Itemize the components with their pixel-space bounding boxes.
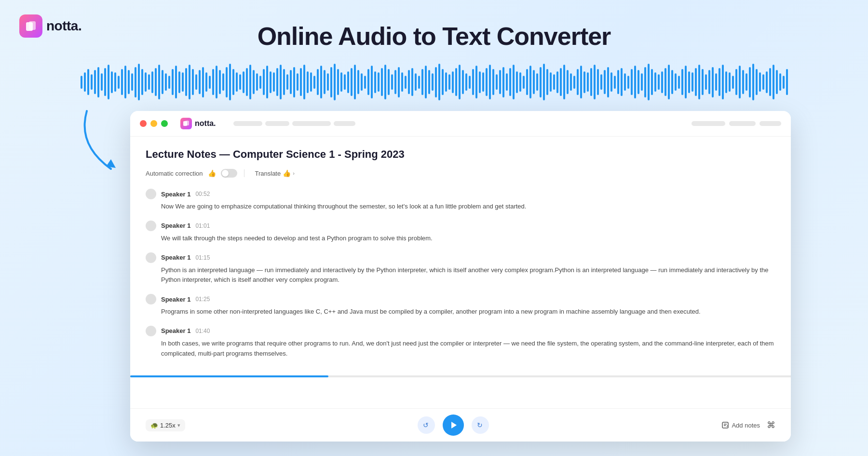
translate-button[interactable]: Translate 👍 ›	[251, 167, 298, 179]
wave-bar	[502, 67, 504, 97]
wave-bar	[560, 68, 562, 97]
speaker-avatar	[146, 189, 156, 199]
wave-bar	[432, 73, 434, 91]
wave-bar	[310, 72, 312, 92]
wave-bar	[425, 66, 427, 98]
wave-bar	[573, 76, 575, 89]
wave-bar	[388, 69, 390, 95]
window-content: Lecture Notes — Computer Science 1 - Spr…	[130, 137, 791, 408]
add-notes-label: Add notes	[732, 422, 760, 429]
minimize-button[interactable]	[150, 120, 157, 127]
wave-bar	[489, 65, 491, 99]
nav-pill-2[interactable]	[265, 121, 289, 126]
wave-bar	[344, 74, 346, 90]
wave-bar	[226, 67, 228, 97]
thumbs-up-icon-1: 👍	[208, 169, 216, 177]
titlebar-logo-icon	[180, 118, 192, 129]
wave-bar	[631, 69, 633, 95]
wave-bar	[189, 65, 190, 99]
wave-bar	[779, 73, 781, 91]
play-button[interactable]	[443, 415, 464, 436]
wave-bar	[263, 69, 265, 95]
wave-bar	[162, 70, 163, 94]
wave-bar	[492, 69, 494, 95]
document-title: Lecture Notes — Computer Science 1 - Spr…	[146, 148, 775, 161]
wave-bar	[685, 66, 687, 98]
wave-bar	[448, 74, 450, 90]
action-pill-1[interactable]	[692, 121, 725, 126]
action-pill-3[interactable]	[760, 121, 781, 126]
forward-button[interactable]: ↻	[472, 416, 489, 434]
wave-bar	[135, 67, 136, 97]
wave-bar	[202, 67, 204, 97]
wave-bar	[347, 71, 349, 93]
titlebar-nav	[233, 121, 355, 126]
keyboard-shortcut-icon[interactable]: ⌘	[767, 420, 775, 430]
wave-bar	[597, 69, 599, 95]
wave-bar	[722, 65, 724, 99]
wave-bar	[627, 76, 629, 89]
wave-bar	[239, 74, 241, 90]
wave-bar	[118, 76, 120, 89]
auto-correction-toggle[interactable]	[221, 169, 237, 178]
action-pill-2[interactable]	[729, 121, 756, 126]
wave-bar	[583, 71, 585, 93]
wave-bar	[351, 68, 353, 97]
transcript-text: Python is an interpreted language — run …	[146, 265, 775, 286]
add-notes-button[interactable]: Add notes	[721, 421, 760, 429]
app-window: notta. Lecture Notes — Computer Science …	[130, 111, 791, 442]
wave-bar	[661, 71, 663, 93]
wave-bar	[270, 71, 271, 93]
wave-bar	[111, 71, 113, 93]
wave-bar	[712, 67, 714, 97]
wave-bar	[141, 69, 143, 95]
auto-correction-label: Automatic correction	[146, 170, 203, 177]
wave-bar	[138, 64, 140, 101]
wave-bar	[742, 70, 744, 94]
window-controls	[140, 120, 168, 127]
wave-bar	[249, 65, 251, 99]
titlebar-actions	[692, 121, 781, 126]
playback-speed-button[interactable]: 🐢 1.25x ▾	[146, 419, 185, 431]
transcript-text: Programs in some other non-interpreted l…	[146, 307, 775, 317]
svg-text:↻: ↻	[477, 421, 483, 429]
wave-bar	[621, 68, 623, 97]
wave-bar	[732, 76, 734, 89]
wave-bar	[513, 65, 515, 99]
speaker-row: Speaker 1 00:52	[146, 189, 775, 199]
wave-bar	[354, 65, 356, 99]
wave-bar	[155, 68, 157, 97]
nav-pill-1[interactable]	[233, 121, 262, 126]
translate-label: Translate	[255, 170, 281, 177]
speaker-avatar	[146, 252, 156, 263]
maximize-button[interactable]	[161, 120, 168, 127]
nav-pill-3[interactable]	[292, 121, 331, 126]
wave-bar	[702, 69, 704, 95]
wave-bar	[587, 72, 589, 92]
main-heading: Online Audio to Text Converter	[0, 22, 868, 51]
wave-bar	[81, 76, 82, 89]
wave-bar	[391, 74, 393, 90]
wave-bar	[553, 74, 555, 90]
wave-bar	[283, 69, 285, 95]
wave-bar	[762, 74, 764, 90]
wave-bar	[232, 69, 234, 95]
wave-bar	[459, 65, 461, 99]
rewind-button[interactable]: ↺	[418, 416, 435, 434]
wave-bar	[91, 74, 93, 90]
wave-bar	[529, 66, 531, 98]
wave-bar	[121, 69, 123, 95]
wave-bar	[259, 76, 261, 89]
svg-marker-2	[106, 159, 116, 168]
nav-pill-4[interactable]	[334, 121, 355, 126]
wave-bar	[199, 70, 201, 94]
wave-bar	[94, 70, 96, 94]
wave-bar	[145, 72, 147, 92]
wave-bar	[499, 70, 501, 94]
close-button[interactable]	[140, 120, 147, 127]
wave-bar	[577, 69, 579, 95]
wave-bar	[168, 76, 170, 89]
wave-bar	[307, 71, 309, 93]
progress-bar-container[interactable]	[130, 375, 791, 377]
speed-chevron-icon: ▾	[177, 422, 180, 428]
